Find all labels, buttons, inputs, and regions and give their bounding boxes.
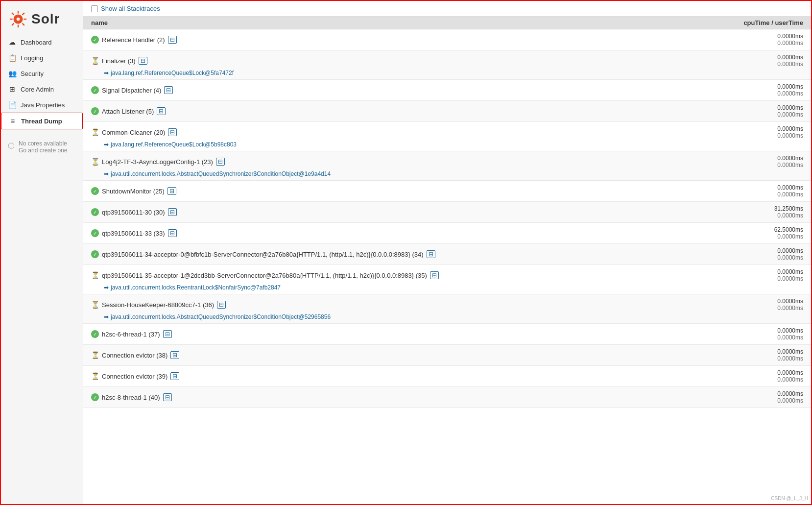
thread-times: 0.0000ms 0.0000ms <box>744 268 803 282</box>
thread-times: 0.0000ms 0.0000ms <box>744 247 803 261</box>
expand-icon[interactable]: ⊟ <box>170 372 179 380</box>
thread-cpu-time: 0.0000ms <box>744 83 803 90</box>
thread-cpu-time: 0.0000ms <box>744 104 803 111</box>
thread-name: h2sc-6-thread-1 (37) <box>102 331 160 338</box>
thread-name-area: ⏳ Finalizer (3) ⊟ <box>91 57 744 65</box>
sidebar-item-core-admin[interactable]: ⊞ Core Admin <box>1 81 83 97</box>
arrow-icon: ➡ <box>104 141 109 148</box>
sidebar-item-logging[interactable]: 📋 Logging <box>1 50 83 66</box>
sidebar-item-security[interactable]: 👥 Security <box>1 66 83 81</box>
thread-usr-time: 0.0000ms <box>744 111 803 118</box>
status-waiting-icon: ⏳ <box>91 351 99 359</box>
status-waiting-icon: ⏳ <box>91 271 99 279</box>
thread-cpu-time: 0.0000ms <box>744 369 803 376</box>
status-running-icon: ✓ <box>91 36 99 44</box>
sidebar-item-java-properties[interactable]: 📄 Java Properties <box>1 97 83 113</box>
table-row: ✓ qtp391506011-34-acceptor-0@bfbfc1b-Ser… <box>83 244 811 265</box>
expand-icon[interactable]: ⊟ <box>170 351 179 359</box>
show-stacktraces-bar[interactable]: Show all Stacktraces <box>83 1 811 17</box>
svg-line-6 <box>23 24 24 25</box>
thread-name: Connection evictor (39) <box>102 373 167 380</box>
thread-name: ShutdownMonitor (25) <box>102 188 165 195</box>
expand-icon[interactable]: ⊟ <box>168 128 177 136</box>
thread-sub-line: ➡ java.lang.ref.ReferenceQueue$Lock@5b98… <box>91 141 803 149</box>
thread-cpu-time: 31.2500ms <box>744 205 803 212</box>
thread-usr-time: 0.0000ms <box>744 40 803 47</box>
thread-name-area: ✓ Attach Listener (5) ⊟ <box>91 107 744 115</box>
thread-name-area: ✓ Signal Dispatcher (4) ⊟ <box>91 86 744 94</box>
thread-name-area: ✓ Reference Handler (2) ⊟ <box>91 36 744 44</box>
thread-main-line: ✓ h2sc-6-thread-1 (37) ⊟ 0.0000ms 0.0000… <box>91 326 803 342</box>
thread-name: h2sc-8-thread-1 (40) <box>102 394 160 401</box>
header-name: name <box>91 19 108 26</box>
expand-icon[interactable]: ⊟ <box>427 250 435 258</box>
thread-cpu-time: 0.0000ms <box>744 298 803 305</box>
thread-times: 0.0000ms 0.0000ms <box>744 104 803 118</box>
show-stacktraces-checkbox[interactable] <box>91 5 98 12</box>
thread-table: name cpuTime / userTime ✓ Reference Hand… <box>83 17 811 504</box>
thread-dump-icon: ≡ <box>8 117 17 125</box>
thread-main-line: ⏳ Session-HouseKeeper-68809cc7-1 (36) ⊟ … <box>91 296 803 313</box>
thread-cpu-time: 0.0000ms <box>744 390 803 397</box>
thread-sub-text: java.lang.ref.ReferenceQueue$Lock@5fa747… <box>111 70 234 76</box>
expand-icon[interactable]: ⊟ <box>216 158 225 166</box>
java-properties-icon: 📄 <box>8 100 17 109</box>
thread-sub-text: java.util.concurrent.locks.AbstractQueue… <box>111 313 331 320</box>
thread-sub-text: java.lang.ref.ReferenceQueue$Lock@5b98c8… <box>111 141 237 148</box>
expand-icon[interactable]: ⊟ <box>167 187 176 195</box>
status-waiting-icon: ⏳ <box>91 128 99 136</box>
thread-cpu-time: 0.0000ms <box>744 33 803 40</box>
thread-cpu-time: 0.0000ms <box>744 247 803 254</box>
sidebar-item-dashboard[interactable]: ☁ Dashboard <box>1 34 83 50</box>
sidebar-item-label-thread-dump: Thread Dump <box>21 118 62 125</box>
thread-name-area: ⏳ qtp391506011-35-acceptor-1@2dcd3bb-Ser… <box>91 271 744 279</box>
expand-icon[interactable]: ⊟ <box>168 36 177 44</box>
expand-icon[interactable]: ⊟ <box>430 271 439 279</box>
status-running-icon: ✓ <box>91 250 99 258</box>
sidebar-item-label-core-admin: Core Admin <box>21 86 54 93</box>
expand-icon[interactable]: ⊟ <box>157 107 166 115</box>
expand-icon[interactable]: ⊟ <box>164 86 173 94</box>
table-row: ✓ ShutdownMonitor (25) ⊟ 0.0000ms 0.0000… <box>83 181 811 202</box>
thread-times: 0.0000ms 0.0000ms <box>744 390 803 404</box>
table-row: ⏳ Connection evictor (38) ⊟ 0.0000ms 0.0… <box>83 345 811 366</box>
expand-icon[interactable]: ⊟ <box>163 330 172 338</box>
thread-times: 0.0000ms 0.0000ms <box>744 369 803 383</box>
thread-times: 0.0000ms 0.0000ms <box>744 125 803 139</box>
thread-usr-time: 0.0000ms <box>744 376 803 383</box>
expand-icon[interactable]: ⊟ <box>139 57 147 65</box>
thread-rows-container: ✓ Reference Handler (2) ⊟ 0.0000ms 0.000… <box>83 29 811 408</box>
expand-icon[interactable]: ⊟ <box>168 229 177 237</box>
thread-name-area: ✓ qtp391506011-34-acceptor-0@bfbfc1b-Ser… <box>91 250 744 258</box>
thread-times: 0.0000ms 0.0000ms <box>744 298 803 312</box>
thread-times: 0.0000ms 0.0000ms <box>744 54 803 68</box>
dashboard-icon: ☁ <box>8 38 17 47</box>
status-running-icon: ✓ <box>91 187 99 195</box>
expand-icon[interactable]: ⊟ <box>168 208 177 216</box>
thread-cpu-time: 0.0000ms <box>744 268 803 275</box>
expand-icon[interactable]: ⊟ <box>163 393 172 401</box>
thread-times: 0.0000ms 0.0000ms <box>744 184 803 198</box>
sidebar-item-thread-dump[interactable]: ≡ Thread Dump <box>1 113 83 129</box>
thread-name-area: ✓ h2sc-6-thread-1 (37) ⊟ <box>91 330 744 338</box>
thread-usr-time: 0.0000ms <box>744 212 803 219</box>
sidebar-item-label-logging: Logging <box>21 54 43 62</box>
thread-cpu-time: 0.0000ms <box>744 184 803 191</box>
thread-sub-text: java.util.concurrent.locks.AbstractQueue… <box>111 170 331 177</box>
svg-line-5 <box>12 13 14 15</box>
thread-main-line: ✓ Attach Listener (5) ⊟ 0.0000ms 0.0000m… <box>91 103 803 120</box>
thread-main-line: ✓ h2sc-8-thread-1 (40) ⊟ 0.0000ms 0.0000… <box>91 389 803 406</box>
thread-usr-time: 0.0000ms <box>744 334 803 341</box>
expand-icon[interactable]: ⊟ <box>217 301 226 309</box>
thread-sub-line: ➡ java.util.concurrent.locks.AbstractQue… <box>91 170 803 178</box>
thread-name-area: ✓ h2sc-8-thread-1 (40) ⊟ <box>91 393 744 401</box>
status-running-icon: ✓ <box>91 107 99 115</box>
thread-sub-line: ➡ java.lang.ref.ReferenceQueue$Lock@5fa7… <box>91 69 803 77</box>
thread-main-line: ✓ Signal Dispatcher (4) ⊟ 0.0000ms 0.000… <box>91 82 803 98</box>
table-row: ⏳ Log4j2-TF-3-AsyncLoggerConfig-1 (23) ⊟… <box>83 151 811 181</box>
thread-main-line: ⏳ Finalizer (3) ⊟ 0.0000ms 0.0000ms <box>91 52 803 69</box>
thread-times: 0.0000ms 0.0000ms <box>744 327 803 341</box>
thread-main-line: ⏳ Log4j2-TF-3-AsyncLoggerConfig-1 (23) ⊟… <box>91 153 803 170</box>
no-cores-section: ⬡ No cores available Go and create one <box>1 134 83 160</box>
arrow-icon: ➡ <box>104 70 109 76</box>
